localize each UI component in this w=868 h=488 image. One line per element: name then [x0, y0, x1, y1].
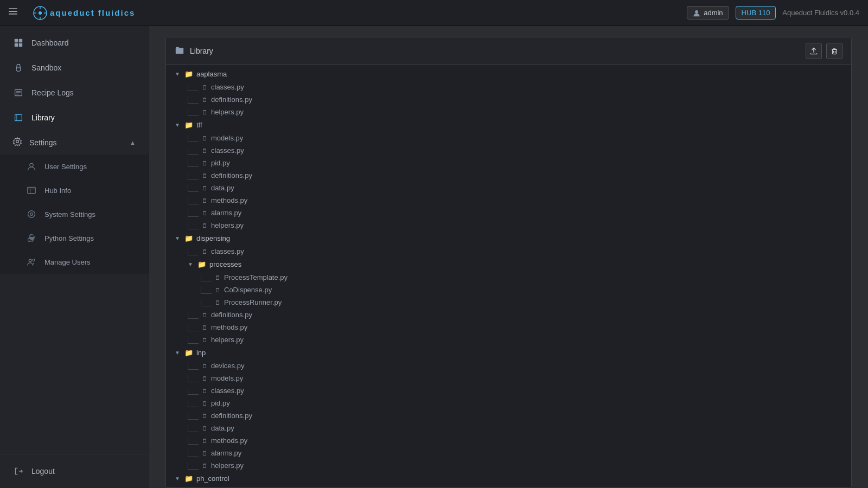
file-name: models.py — [211, 374, 243, 382]
file-icon: 🗒 — [202, 172, 208, 179]
folder-ph-control[interactable]: ▼ 📁 ph_control — [166, 472, 851, 485]
file-devices-lnp[interactable]: 🗒 devices.py — [166, 359, 851, 372]
file-icon: 🗒 — [202, 210, 208, 216]
folder-dispensing[interactable]: ▼ 📁 dispensing — [166, 232, 851, 245]
admin-badge[interactable]: admin — [687, 6, 729, 20]
file-processrunner[interactable]: 🗒 ProcessRunner.py — [166, 296, 851, 309]
file-name: definitions.py — [211, 95, 252, 104]
sidebar-item-python-settings[interactable]: Python Settings — [0, 226, 149, 250]
sidebar-item-sandbox[interactable]: Sandbox — [0, 55, 149, 80]
dashboard-label: Dashboard — [31, 38, 69, 47]
file-definitions-dispensing[interactable]: 🗒 definitions.py — [166, 309, 851, 321]
file-codispense[interactable]: 🗒 CoDispense.py — [166, 284, 851, 296]
folder-processes[interactable]: ▼ 📁 processes — [166, 258, 851, 271]
sidebar-item-library[interactable]: Library — [0, 105, 149, 130]
folder-icon: 📁 — [184, 234, 193, 242]
chevron-icon: ▼ — [175, 71, 180, 77]
file-definitions-tff[interactable]: 🗒 definitions.py — [166, 169, 851, 182]
file-pid-tff[interactable]: 🗒 pid.py — [166, 157, 851, 169]
settings-chevron-icon: ▲ — [130, 139, 136, 146]
svg-rect-31 — [833, 49, 837, 54]
file-pid-lnp[interactable]: 🗒 pid.py — [166, 397, 851, 409]
user-settings-label: User Settings — [44, 163, 87, 171]
file-name: classes.py — [211, 83, 244, 91]
file-name: helpers.py — [211, 108, 244, 116]
file-processtemplate[interactable]: 🗒 ProcessTemplate.py — [166, 271, 851, 284]
file-helpers-tff[interactable]: 🗒 helpers.py — [166, 219, 851, 232]
folder-aaplasma[interactable]: ▼ 📁 aaplasma — [166, 67, 851, 81]
folder-lnp[interactable]: ▼ 📁 lnp — [166, 346, 851, 359]
file-name: helpers.py — [211, 221, 244, 229]
svg-point-28 — [29, 259, 31, 262]
file-alarms-tff[interactable]: 🗒 alarms.py — [166, 207, 851, 219]
file-icon: 🗒 — [202, 375, 208, 382]
file-icon: 🗒 — [202, 135, 208, 142]
file-helpers-1[interactable]: 🗒 helpers.py — [166, 106, 851, 118]
svg-point-9 — [695, 10, 698, 14]
file-classes-lnp[interactable]: 🗒 classes.py — [166, 384, 851, 397]
file-classes-tff[interactable]: 🗒 classes.py — [166, 144, 851, 157]
sidebar-item-user-settings[interactable]: User Settings — [0, 155, 149, 178]
file-icon: 🗒 — [215, 299, 221, 306]
folder-tff[interactable]: ▼ 📁 tff — [166, 118, 851, 132]
manage-users-label: Manage Users — [44, 258, 91, 266]
file-models-lnp[interactable]: 🗒 models.py — [166, 372, 851, 384]
svg-point-4 — [39, 11, 42, 15]
file-name: methods.py — [211, 436, 247, 445]
upload-button[interactable] — [806, 43, 822, 59]
hub-badge: HUB 110 — [736, 6, 776, 20]
python-settings-label: Python Settings — [44, 234, 94, 242]
file-icon: 🗒 — [202, 324, 208, 331]
sidebar-item-manage-users[interactable]: Manage Users — [0, 250, 149, 274]
topnav-right: admin HUB 110 Aqueduct Fluidics v0.0.4 — [687, 6, 859, 20]
folder-icon: 📁 — [184, 70, 193, 78]
svg-rect-10 — [15, 39, 18, 42]
settings-submenu: User Settings Hub Info System Settings P… — [0, 155, 149, 274]
file-methods-dispensing[interactable]: 🗒 methods.py — [166, 321, 851, 333]
file-classes-1[interactable]: 🗒 classes.py — [166, 81, 851, 93]
sidebar-item-hub-info[interactable]: Hub Info — [0, 178, 149, 202]
manage-users-icon — [26, 256, 37, 267]
file-data-lnp[interactable]: 🗒 data.py — [166, 422, 851, 434]
svg-rect-0 — [9, 8, 17, 9]
library-title: Library — [190, 47, 213, 55]
admin-label: admin — [704, 9, 723, 17]
hamburger-icon[interactable] — [9, 7, 17, 18]
sidebar-item-settings[interactable]: Settings ▲ — [0, 130, 149, 155]
sidebar-item-system-settings[interactable]: System Settings — [0, 202, 149, 226]
sidebar-item-recipe-logs[interactable]: Recipe Logs — [0, 80, 149, 105]
logout-icon — [13, 466, 24, 477]
delete-button[interactable] — [826, 43, 843, 59]
file-name: models.py — [211, 134, 243, 142]
file-icon: 🗒 — [202, 97, 208, 103]
file-icon: 🗒 — [215, 274, 221, 281]
file-name: classes.py — [211, 387, 244, 395]
file-icon: 🗒 — [202, 248, 208, 255]
file-classes-dispensing[interactable]: 🗒 classes.py — [166, 245, 851, 258]
svg-rect-12 — [15, 43, 18, 47]
folder-icon: 📁 — [184, 121, 193, 129]
file-name: pid.py — [211, 159, 230, 167]
sandbox-icon — [13, 62, 24, 73]
file-name: pid.py — [211, 399, 230, 407]
content-area: Library ▼ 📁 aaplasma — [149, 26, 868, 488]
library-label: Library — [31, 113, 55, 122]
file-models-tff[interactable]: 🗒 models.py — [166, 132, 851, 144]
file-helpers-lnp[interactable]: 🗒 helpers.py — [166, 459, 851, 472]
file-icon: 🗒 — [202, 109, 208, 115]
file-methods-tff[interactable]: 🗒 methods.py — [166, 194, 851, 207]
file-methods-lnp[interactable]: 🗒 methods.py — [166, 434, 851, 447]
file-name: CoDispense.py — [224, 286, 272, 294]
sidebar-item-logout[interactable]: Logout — [0, 459, 149, 484]
sidebar-item-dashboard[interactable]: Dashboard — [0, 30, 149, 55]
folder-name: ph_control — [196, 474, 229, 483]
file-icon: 🗒 — [202, 222, 208, 229]
file-definitions-1[interactable]: 🗒 definitions.py — [166, 93, 851, 106]
file-alarms-lnp[interactable]: 🗒 alarms.py — [166, 447, 851, 459]
file-icon: 🗒 — [202, 450, 208, 457]
file-helpers-dispensing[interactable]: 🗒 helpers.py — [166, 333, 851, 346]
file-definitions-lnp[interactable]: 🗒 definitions.py — [166, 409, 851, 422]
file-name: data.py — [211, 424, 234, 432]
file-icon: 🗒 — [202, 312, 208, 318]
file-data-tff[interactable]: 🗒 data.py — [166, 182, 851, 194]
